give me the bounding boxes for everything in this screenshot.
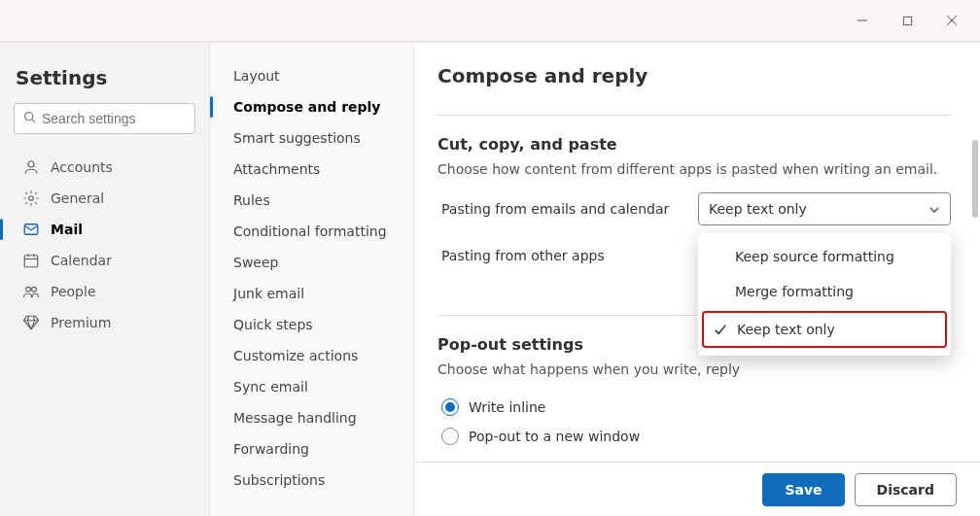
save-button[interactable]: Save: [762, 473, 844, 506]
nav-people[interactable]: People: [14, 276, 195, 307]
svg-point-13: [26, 287, 31, 292]
radio-label: Pop-out to a new window: [469, 429, 640, 444]
subnav-subscriptions[interactable]: Subscriptions: [226, 464, 398, 496]
search-wrap: [14, 103, 195, 134]
section-desc-popout: Choose what happens when you write, repl…: [438, 361, 951, 377]
svg-point-4: [25, 113, 33, 120]
subnav-customize-actions[interactable]: Customize actions: [226, 340, 398, 371]
panel-title: Compose and reply: [438, 64, 951, 87]
discard-button[interactable]: Discard: [855, 473, 957, 506]
subnav-quick-steps[interactable]: Quick steps: [226, 309, 398, 340]
chevron-down-icon: [928, 203, 940, 215]
nav-premium[interactable]: Premium: [14, 307, 195, 338]
diamond-icon: [21, 313, 41, 332]
subnav-compose-and-reply[interactable]: Compose and reply: [226, 91, 398, 122]
paste-other-dropdown: Keep source formatting Merge formatting …: [698, 233, 951, 356]
close-button[interactable]: [929, 6, 974, 35]
radio-icon: [441, 398, 459, 416]
nav-accounts[interactable]: Accounts: [14, 152, 195, 183]
subnav-sweep[interactable]: Sweep: [226, 247, 398, 278]
settings-sidebar: Settings Accounts General Mail Calendar …: [0, 43, 210, 516]
radio-icon: [441, 428, 459, 445]
scrollbar-thumb[interactable]: [972, 140, 978, 218]
settings-title: Settings: [16, 66, 193, 89]
subnav-attachments[interactable]: Attachments: [226, 154, 398, 185]
subnav-rules[interactable]: Rules: [226, 185, 398, 216]
section-desc-paste: Choose how content from different apps i…: [438, 161, 951, 177]
option-label: Keep source formatting: [735, 249, 894, 264]
titlebar: [0, 0, 980, 43]
paste-email-label: Pasting from emails and calendar: [438, 201, 698, 217]
nav-label: Calendar: [51, 253, 112, 268]
check-icon: [714, 323, 731, 336]
divider: [438, 115, 951, 116]
nav-calendar[interactable]: Calendar: [14, 245, 195, 276]
subnav-layout[interactable]: Layout: [226, 60, 398, 91]
subnav-conditional-formatting[interactable]: Conditional formatting: [226, 216, 398, 247]
svg-rect-9: [24, 256, 38, 267]
paste-email-select[interactable]: Keep text only: [698, 192, 951, 225]
radio-write-inline[interactable]: Write inline: [438, 393, 951, 422]
nav-label: General: [51, 190, 104, 206]
option-label: Keep text only: [737, 322, 835, 337]
subnav-sync-email[interactable]: Sync email: [226, 371, 398, 402]
paste-other-label: Pasting from other apps: [438, 248, 698, 263]
section-title-paste: Cut, copy, and paste: [438, 135, 951, 154]
subnav-forwarding[interactable]: Forwarding: [226, 433, 398, 464]
gear-icon: [21, 189, 41, 208]
svg-rect-1: [903, 17, 911, 24]
nav-mail[interactable]: Mail: [14, 214, 195, 245]
subnav: Layout Compose and reply Smart suggestio…: [210, 43, 414, 516]
subnav-junk-email[interactable]: Junk email: [226, 278, 398, 309]
subnav-message-handling[interactable]: Message handling: [226, 402, 398, 433]
nav-label: Premium: [51, 315, 111, 330]
nav-label: People: [51, 284, 96, 299]
radio-label: Write inline: [469, 399, 545, 415]
search-icon: [23, 111, 36, 126]
panel-footer: Save Discard: [414, 462, 980, 516]
nav-general[interactable]: General: [14, 183, 195, 214]
svg-point-7: [29, 196, 34, 201]
subnav-smart-suggestions[interactable]: Smart suggestions: [226, 122, 398, 154]
svg-line-5: [32, 120, 35, 122]
dropdown-option-keep-source[interactable]: Keep source formatting: [698, 239, 951, 274]
svg-point-6: [28, 161, 34, 167]
option-label: Merge formatting: [735, 284, 854, 299]
settings-panel: Compose and reply Cut, copy, and paste C…: [414, 43, 980, 516]
people-icon: [21, 282, 41, 301]
nav-label: Accounts: [51, 159, 113, 175]
person-icon: [21, 157, 41, 177]
maximize-button[interactable]: [885, 6, 929, 35]
svg-point-14: [32, 287, 37, 292]
dropdown-option-keep-text-only[interactable]: Keep text only: [702, 311, 947, 348]
calendar-icon: [21, 251, 41, 270]
radio-popout-window[interactable]: Pop-out to a new window: [438, 422, 951, 451]
nav-label: Mail: [51, 222, 83, 237]
select-value: Keep text only: [709, 201, 807, 217]
minimize-button[interactable]: [840, 6, 885, 35]
mail-icon: [21, 220, 41, 239]
search-input[interactable]: [14, 103, 195, 134]
dropdown-option-merge[interactable]: Merge formatting: [698, 274, 951, 309]
